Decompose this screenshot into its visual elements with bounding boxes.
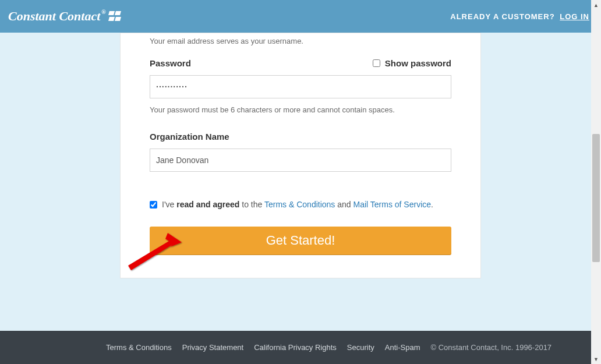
password-input[interactable] <box>150 75 451 98</box>
password-block: Password Show password Your password mus… <box>150 58 451 114</box>
agree-strong: read and agreed <box>176 200 239 209</box>
footer-antispam-link[interactable]: Anti-Spam <box>385 343 420 352</box>
already-customer-text: ALREADY A CUSTOMER? <box>450 12 554 21</box>
logo-icon <box>108 10 122 22</box>
show-password-label: Show password <box>385 58 451 68</box>
password-label: Password <box>150 58 191 68</box>
show-password-checkbox[interactable] <box>373 59 380 67</box>
agree-and: and <box>337 200 351 209</box>
get-started-button[interactable]: Get Started! <box>150 227 451 255</box>
footer-security-link[interactable]: Security <box>347 343 374 352</box>
footer: Terms & Conditions Privacy Statement Cal… <box>0 331 601 364</box>
agree-checkbox[interactable] <box>150 201 157 208</box>
agree-mid: to the <box>242 200 262 209</box>
scroll-up-icon[interactable]: ▲ <box>591 0 601 10</box>
agree-text: I've read and agreed to the Terms & Cond… <box>162 200 433 209</box>
terms-link[interactable]: Terms & Conditions <box>264 200 335 209</box>
footer-terms-link[interactable]: Terms & Conditions <box>106 343 172 352</box>
agree-suffix: . <box>431 200 433 209</box>
registered-mark: ® <box>101 9 105 15</box>
mail-terms-link[interactable]: Mail Terms of Service <box>353 200 432 209</box>
header-right: ALREADY A CUSTOMER? LOG IN <box>450 12 589 21</box>
email-helper: Your email address serves as your userna… <box>150 37 451 45</box>
vertical-scrollbar[interactable]: ▲ ▼ <box>591 0 601 364</box>
org-block: Organization Name <box>150 132 451 172</box>
top-header: Constant Contact ® ALREADY A CUSTOMER? L… <box>0 0 601 33</box>
agree-row: I've read and agreed to the Terms & Cond… <box>150 200 451 209</box>
logo-text: Constant Contact <box>8 9 100 24</box>
footer-privacy-link[interactable]: Privacy Statement <box>182 343 244 352</box>
org-input[interactable] <box>150 149 451 172</box>
footer-copyright: © Constant Contact, Inc. 1996-2017 <box>431 343 552 352</box>
password-helper: Your password must be 6 characters or mo… <box>150 105 451 114</box>
show-password-toggle[interactable]: Show password <box>373 58 451 68</box>
signup-card: Your email address serves as your userna… <box>120 33 481 278</box>
agree-prefix: I've <box>162 200 174 209</box>
scroll-thumb[interactable] <box>592 134 600 262</box>
brand-logo: Constant Contact ® <box>8 9 122 24</box>
org-label: Organization Name <box>150 132 451 142</box>
footer-cpr-link[interactable]: California Privacy Rights <box>254 343 337 352</box>
scroll-down-icon[interactable]: ▼ <box>591 354 601 364</box>
login-link[interactable]: LOG IN <box>560 12 589 21</box>
